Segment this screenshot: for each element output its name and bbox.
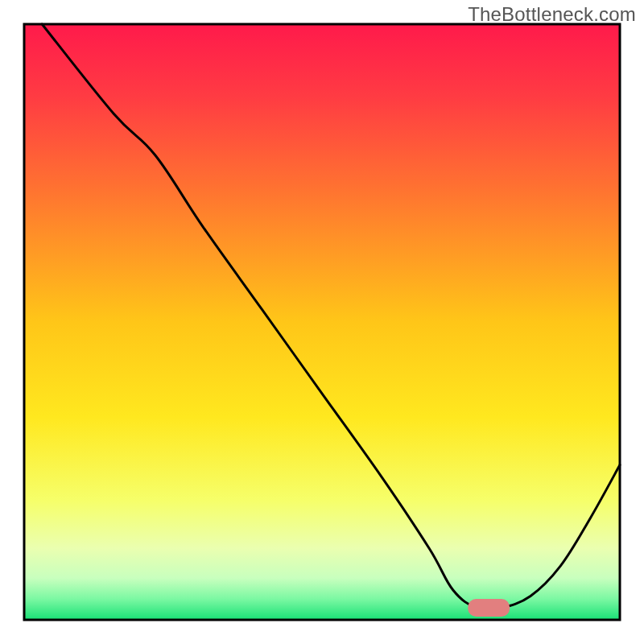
chart-frame: TheBottleneck.com (0, 0, 644, 644)
target-marker (468, 599, 510, 617)
bottleneck-chart (0, 0, 644, 644)
watermark-text: TheBottleneck.com (468, 3, 636, 26)
